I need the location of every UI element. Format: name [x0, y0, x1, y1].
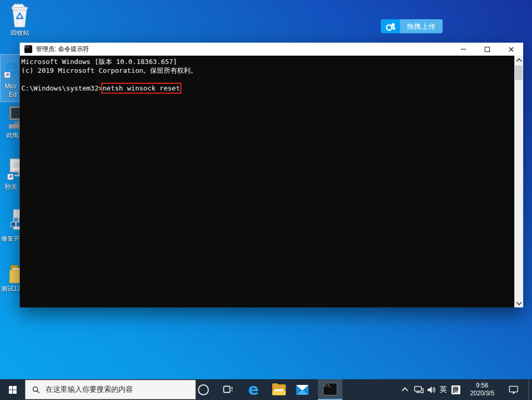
cmd-taskbar-button-active[interactable]: C:\_: [318, 379, 342, 400]
cmd-titlebar[interactable]: C:\_ 管理员: 命令提示符: [20, 43, 523, 56]
console-prompt: C:\Windows\system32>: [21, 84, 103, 92]
highlighted-command: netsh winsock reset: [103, 84, 180, 92]
action-center-button[interactable]: [503, 379, 525, 400]
netdisk-cloud-icon: [381, 19, 400, 33]
network-icon: [414, 385, 424, 394]
volume-tray-button[interactable]: [425, 379, 437, 400]
search-placeholder: 在这里输入你要搜索的内容: [46, 385, 133, 394]
tray-overflow-button[interactable]: [398, 379, 411, 400]
network-tray-button[interactable]: [411, 379, 426, 400]
windows-logo-icon: [9, 386, 17, 394]
drag-upload-label: 拖拽上传: [400, 19, 443, 33]
shortcut-arrow-icon: [4, 72, 10, 78]
edge-label-line1[interactable]: Micr: [5, 83, 17, 90]
file-explorer-button[interactable]: [267, 379, 291, 400]
edge-icon: e: [248, 382, 259, 397]
cmd-window: C:\_ 管理员: 命令提示符 Microsoft Windows [版本 10…: [20, 43, 523, 307]
maximize-button[interactable]: [475, 43, 499, 56]
console-line-version: Microsoft Windows [版本 10.0.18363.657]: [21, 57, 513, 66]
maximize-icon: [485, 47, 490, 52]
clock[interactable]: 9:56 2020/3/5: [464, 379, 500, 400]
close-button[interactable]: [499, 43, 523, 56]
cmd-icon: C:\_: [323, 383, 337, 395]
close-icon: [509, 47, 514, 52]
ime-language-button[interactable]: 英: [437, 379, 449, 400]
this-pc-label[interactable]: 此电: [6, 132, 19, 139]
clock-time: 9:56: [464, 382, 500, 390]
taskbar-search-input[interactable]: 在这里输入你要搜索的内容: [25, 380, 196, 399]
mail-icon: [296, 385, 309, 395]
show-desktop-button[interactable]: [528, 379, 529, 400]
console-prompt-line: C:\Windows\system32>netsh winsock reset: [21, 84, 513, 93]
chevron-up-icon: [402, 387, 408, 394]
clock-date: 2020/3/5: [464, 390, 500, 397]
task-view-button[interactable]: [215, 379, 240, 400]
start-button[interactable]: [0, 379, 25, 400]
ime-mode-label: 拼: [451, 385, 460, 394]
ime-language-label: 英: [440, 385, 447, 394]
edge-label-line2[interactable]: Ed: [9, 91, 17, 98]
cmd-window-icon: C:\_: [24, 45, 32, 53]
notification-icon: [509, 385, 519, 394]
shortcut-arrow-icon: [7, 174, 14, 180]
minimize-icon: [461, 49, 466, 49]
scroll-down-button[interactable]: [514, 299, 523, 307]
drag-upload-button[interactable]: 拖拽上传: [381, 19, 443, 33]
mail-button[interactable]: [291, 379, 314, 400]
cmd-window-title: 管理员: 命令提示符: [36, 45, 451, 54]
folder-icon: [272, 384, 286, 395]
volume-icon: [427, 386, 436, 394]
display-shortcut-label[interactable]: 秒关: [5, 183, 17, 190]
scrollbar-thumb[interactable]: [515, 66, 523, 80]
recycle-bin-icon[interactable]: [8, 2, 31, 30]
task-view-icon: [222, 385, 233, 394]
chevron-down-icon: [516, 299, 522, 305]
edge-taskbar-button[interactable]: e: [241, 379, 266, 400]
recycle-bin-label[interactable]: 回收站: [0, 29, 39, 36]
ime-mode-button[interactable]: 拼: [449, 379, 462, 400]
console-scrollbar[interactable]: [514, 56, 523, 307]
console-output[interactable]: Microsoft Windows [版本 10.0.18363.657] (c…: [20, 56, 523, 307]
console-line-copyright: (c) 2019 Microsoft Corporation。保留所有权利。: [21, 66, 513, 75]
search-icon: [32, 386, 40, 394]
cortana-button[interactable]: [191, 379, 215, 400]
console-line-blank: [21, 75, 513, 84]
chevron-up-icon: [516, 58, 522, 63]
test-folder-label[interactable]: 测试12: [1, 285, 20, 292]
scroll-up-button[interactable]: [514, 56, 523, 64]
desktop: 回收站 e Micr Ed 此电 秒关: [0, 0, 532, 400]
registry-repair-label[interactable]: 修复开: [1, 235, 20, 242]
minimize-button[interactable]: [451, 43, 475, 56]
cortana-icon: [198, 384, 209, 395]
taskbar: 在这里输入你要搜索的内容 e C:\_: [0, 379, 532, 400]
